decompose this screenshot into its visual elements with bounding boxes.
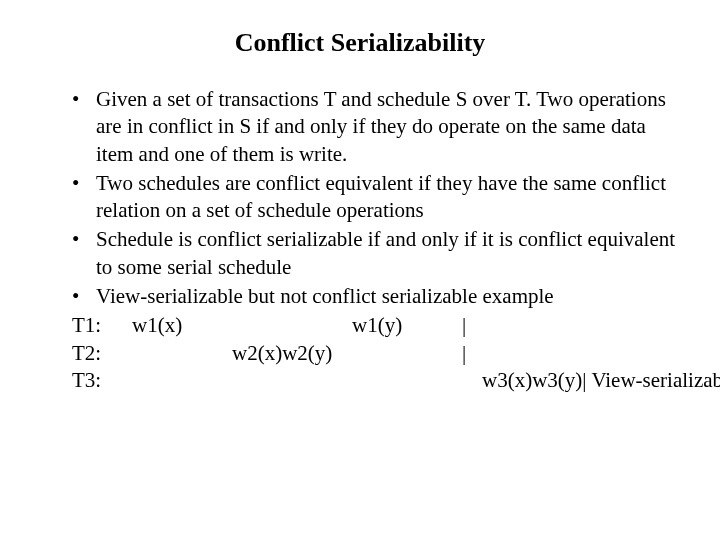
bullet-item: View-serializable but not conflict seria… [72,283,680,310]
bullet-item: Schedule is conflict serializable if and… [72,226,680,281]
schedule-cell [232,367,352,394]
schedule-row: T1: w1(x) w1(y) | [72,312,680,339]
bullet-list: Given a set of transactions T and schedu… [72,86,680,310]
schedule-cell [132,340,232,367]
schedule-cell [232,312,352,339]
schedule-bar: | [462,340,482,367]
schedule-label: T1: [72,312,132,339]
schedule-bar [462,367,482,394]
schedule-cell [352,340,462,367]
schedule-trail: w3(x)w3(y)| View-serializable [482,367,720,394]
schedule-row: T2: w2(x)w2(y) | [72,340,680,367]
schedule-cell: w2(x)w2(y) [232,340,352,367]
schedule-row: T3: w3(x)w3(y)| View-serializable [72,367,680,394]
schedule-cell [352,367,462,394]
page-title: Conflict Serializability [40,28,680,58]
schedule-cell [132,367,232,394]
schedule-label: T3: [72,367,132,394]
bullet-item: Two schedules are conflict equivalent if… [72,170,680,225]
schedule-cell: w1(y) [352,312,462,339]
schedule-bar: | [462,312,482,339]
schedule-cell: w1(x) [132,312,232,339]
slide-body: Given a set of transactions T and schedu… [40,86,680,394]
bullet-item: Given a set of transactions T and schedu… [72,86,680,168]
schedule-label: T2: [72,340,132,367]
schedule-example: T1: w1(x) w1(y) | T2: w2(x)w2(y) | T3: w… [72,312,680,394]
